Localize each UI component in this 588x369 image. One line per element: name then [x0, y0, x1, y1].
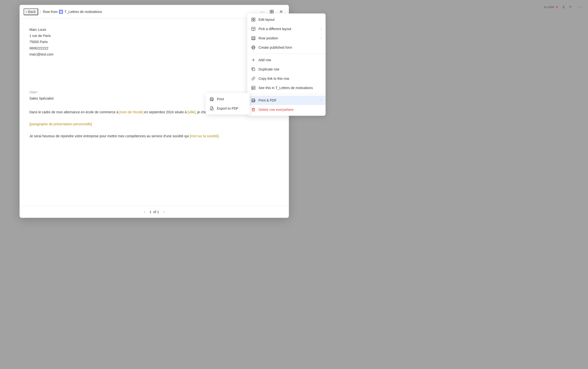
row-position-icon — [251, 36, 256, 40]
sender-block: Marc Louis 1 rue de Paris 75000 Paris 06… — [29, 27, 279, 58]
body-highlight-ville: [ville] — [188, 110, 195, 114]
svg-rect-10 — [252, 20, 253, 21]
more-top-button[interactable]: ⋯ — [576, 3, 584, 11]
duplicate-row-label: Duplicate row — [259, 67, 322, 71]
menu-item-row-position[interactable]: Row position › — [247, 34, 326, 43]
sender-city: 75000 Paris — [29, 39, 279, 45]
la-suite-label: la suite — [544, 5, 554, 9]
add-top-button[interactable]: + — [566, 3, 574, 11]
print-pdf-icon — [251, 98, 256, 103]
print-submenu: Print Export to PDF — [206, 93, 250, 115]
body-text-before-1: Dans le cadre de mon alternance en école… — [29, 110, 119, 114]
body-paragraph-3: Je serai heureux de rejoindre votre entr… — [29, 133, 279, 139]
add-row-label: Add row — [259, 58, 322, 62]
context-menu: Edit layout Pick a different layout › Ro… — [247, 13, 326, 116]
menu-item-create-form[interactable]: Create published form — [247, 43, 326, 52]
sender-name: Marc Louis — [29, 27, 279, 33]
svg-rect-9 — [254, 18, 255, 19]
submenu-print[interactable]: Print — [206, 94, 250, 104]
body-text-middle-1: en septembre 2024 située à — [143, 110, 188, 114]
svg-rect-25 — [252, 86, 255, 90]
print-pdf-label: Print & PDF — [259, 98, 318, 102]
breadcrumb: Row from T_Lettres de motivations — [43, 10, 102, 14]
pick-layout-arrow: › — [321, 27, 322, 31]
body-text-before-3: Je serai heureux de rejoindre votre entr… — [29, 134, 190, 138]
menu-item-see-in-table[interactable]: See this in T_Lettres de motivations — [247, 83, 326, 92]
back-label: Back — [28, 10, 36, 14]
badge-count: 2 — [563, 5, 564, 9]
svg-point-31 — [254, 100, 255, 101]
create-form-label: Create published form — [259, 46, 322, 49]
recipient-block: Too Good T 12 Rue Duh 75018 — [29, 63, 279, 82]
globe-icon — [251, 45, 256, 50]
svg-rect-35 — [211, 100, 213, 101]
delete-row-label: Delete row everywhere — [259, 108, 322, 112]
table-name: T_Lettres de motivations — [64, 10, 102, 14]
duplicate-icon — [251, 67, 256, 71]
menu-item-add-row[interactable]: Add row — [247, 55, 326, 65]
menu-item-print-pdf[interactable]: Print & PDF › — [247, 96, 326, 105]
svg-rect-1 — [61, 11, 62, 12]
menu-item-duplicate-row[interactable]: Duplicate row — [247, 65, 326, 74]
body-highlight-ecole: [nom de l'école] — [119, 110, 143, 114]
svg-rect-30 — [252, 101, 254, 102]
back-chevron-icon: ‹ — [26, 10, 27, 14]
body-highlight-presentation: [paragraphe de présentation personnelle] — [29, 122, 92, 126]
grid-icon — [251, 17, 256, 22]
svg-rect-0 — [60, 11, 61, 12]
svg-rect-8 — [252, 18, 253, 19]
divider-1 — [247, 54, 326, 54]
edit-layout-label: Edit layout — [259, 18, 322, 22]
recipient-company: Too Good T — [29, 63, 279, 69]
row-position-label: Row position — [259, 36, 318, 40]
see-table-icon — [251, 86, 256, 90]
page-current: 1 — [149, 210, 151, 214]
svg-rect-3 — [61, 12, 62, 13]
trash-icon — [251, 107, 256, 112]
body-paragraph-2: [paragraphe de présentation personnelle] — [29, 121, 279, 127]
see-in-table-label: See this in T_Lettres de motivations — [259, 86, 322, 90]
row-position-arrow: › — [321, 36, 322, 40]
body-text-end-3: . — [219, 134, 220, 138]
modal-footer: ‹ 1 of 1 › — [20, 206, 289, 218]
menu-item-edit-layout[interactable]: Edit layout — [247, 15, 326, 24]
svg-rect-4 — [270, 10, 271, 12]
top-bar: la suite ✕ 2 + ⋯ — [538, 0, 588, 14]
pick-layout-label: Pick a different layout — [259, 27, 318, 31]
export-pdf-label: Export to PDF — [217, 106, 246, 110]
print-pdf-arrow: › — [321, 99, 322, 102]
breadcrumb-separator: | — [40, 10, 41, 14]
sender-email: marc@test.com — [29, 51, 279, 58]
sender-phone: 0606222222 — [29, 45, 279, 51]
menu-item-delete-row[interactable]: Delete row everywhere — [247, 105, 326, 114]
page-navigation: ‹ 1 of 1 › — [141, 209, 167, 215]
menu-item-pick-layout[interactable]: Pick a different layout › — [247, 24, 326, 34]
table-icon — [59, 10, 63, 14]
prev-page-button[interactable]: ‹ — [141, 209, 147, 215]
page-of-label: of 1 — [153, 210, 159, 214]
menu-item-copy-link[interactable]: Copy link to this row — [247, 74, 326, 83]
svg-rect-2 — [60, 12, 61, 13]
printer-icon — [210, 97, 214, 101]
svg-rect-11 — [254, 20, 255, 21]
next-page-button[interactable]: › — [161, 209, 167, 215]
close-tag-icon[interactable]: ✕ — [555, 5, 558, 9]
sender-address1: 1 rue de Paris — [29, 33, 279, 39]
link-icon — [251, 76, 256, 81]
breadcrumb-prefix: Row from — [43, 10, 58, 14]
recipient-address1: 12 Rue Duh — [29, 69, 279, 76]
la-suite-button[interactable]: la suite ✕ — [542, 4, 561, 10]
svg-rect-5 — [272, 10, 273, 12]
submenu-export-pdf[interactable]: Export to PDF — [206, 104, 250, 113]
copy-link-label: Copy link to this row — [259, 77, 322, 81]
svg-rect-24 — [252, 68, 255, 71]
divider-2 — [247, 94, 326, 94]
recipient-city: 75018 — [29, 76, 279, 82]
layout-pick-icon — [251, 27, 256, 31]
pdf-icon — [210, 106, 214, 111]
body-highlight-mot-societe: [mot sur la société] — [190, 134, 219, 138]
plus-icon — [251, 58, 256, 62]
back-button[interactable]: ‹ Back — [24, 8, 38, 15]
print-label: Print — [217, 97, 246, 101]
